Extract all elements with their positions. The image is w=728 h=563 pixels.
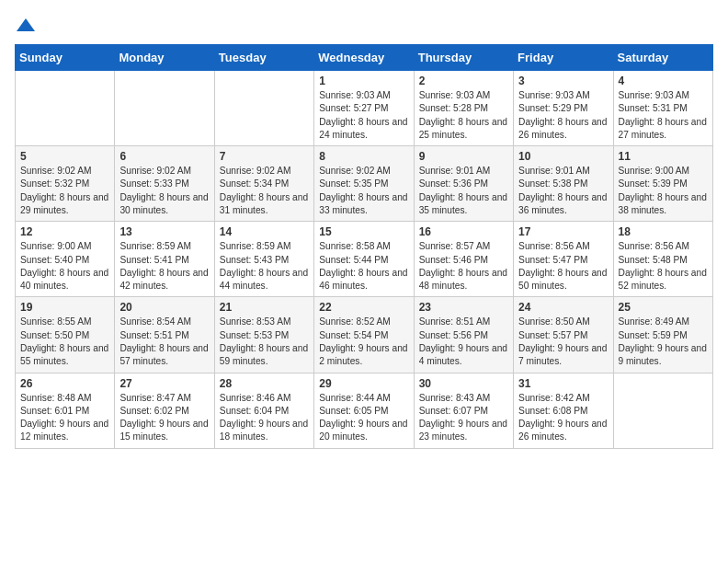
cell-content: Sunrise: 9:02 AM Sunset: 5:34 PM Dayligh… [220,165,309,217]
calendar-cell: 9Sunrise: 9:01 AM Sunset: 5:36 PM Daylig… [414,146,513,222]
cell-content: Sunrise: 8:44 AM Sunset: 6:05 PM Dayligh… [319,392,408,444]
cell-content: Sunrise: 8:50 AM Sunset: 5:57 PM Dayligh… [518,316,608,368]
cell-content: Sunrise: 9:00 AM Sunset: 5:40 PM Dayligh… [20,240,109,293]
calendar-cell: 31Sunrise: 8:42 AM Sunset: 6:08 PM Dayli… [514,373,613,448]
calendar-cell: 30Sunrise: 8:43 AM Sunset: 6:07 PM Dayli… [414,373,513,448]
calendar-week-row: 1Sunrise: 9:03 AM Sunset: 5:27 PM Daylig… [16,71,713,146]
cell-content: Sunrise: 8:46 AM Sunset: 6:04 PM Dayligh… [220,392,309,444]
calendar-cell: 23Sunrise: 8:51 AM Sunset: 5:56 PM Dayli… [414,297,513,373]
calendar-week-row: 12Sunrise: 9:00 AM Sunset: 5:40 PM Dayli… [16,222,713,297]
day-number: 4 [619,75,708,87]
calendar-cell [214,71,313,146]
cell-content: Sunrise: 9:03 AM Sunset: 5:28 PM Dayligh… [419,89,508,142]
day-number: 7 [220,150,309,163]
day-header-friday: Friday [514,45,613,71]
day-number: 10 [518,150,608,163]
logo [15,15,40,37]
calendar-cell: 24Sunrise: 8:50 AM Sunset: 5:57 PM Dayli… [514,297,613,373]
calendar-cell: 29Sunrise: 8:44 AM Sunset: 6:05 PM Dayli… [314,373,414,448]
cell-content: Sunrise: 8:53 AM Sunset: 5:53 PM Dayligh… [220,316,309,368]
calendar-table: SundayMondayTuesdayWednesdayThursdayFrid… [15,44,713,449]
cell-content: Sunrise: 9:02 AM Sunset: 5:32 PM Dayligh… [20,165,109,217]
calendar-cell [16,71,115,146]
cell-content: Sunrise: 9:01 AM Sunset: 5:36 PM Dayligh… [419,165,508,217]
calendar-header-row: SundayMondayTuesdayWednesdayThursdayFrid… [16,45,713,71]
calendar-cell: 27Sunrise: 8:47 AM Sunset: 6:02 PM Dayli… [115,373,214,448]
day-number: 11 [619,150,708,163]
day-number: 17 [518,225,608,238]
calendar-cell: 3Sunrise: 9:03 AM Sunset: 5:29 PM Daylig… [514,71,613,146]
day-header-sunday: Sunday [16,45,115,71]
day-header-tuesday: Tuesday [214,45,313,71]
calendar-cell: 15Sunrise: 8:58 AM Sunset: 5:44 PM Dayli… [314,222,414,297]
calendar-cell: 13Sunrise: 8:59 AM Sunset: 5:41 PM Dayli… [115,222,214,297]
calendar-cell: 2Sunrise: 9:03 AM Sunset: 5:28 PM Daylig… [414,71,513,146]
day-header-monday: Monday [115,45,214,71]
calendar-week-row: 5Sunrise: 9:02 AM Sunset: 5:32 PM Daylig… [16,146,713,222]
cell-content: Sunrise: 8:55 AM Sunset: 5:50 PM Dayligh… [20,316,109,368]
day-number: 6 [119,150,209,163]
day-number: 3 [518,75,608,87]
day-number: 23 [419,301,508,314]
day-number: 30 [419,377,508,390]
day-number: 25 [619,301,708,314]
calendar-cell: 21Sunrise: 8:53 AM Sunset: 5:53 PM Dayli… [214,297,313,373]
day-number: 31 [518,377,608,390]
cell-content: Sunrise: 9:03 AM Sunset: 5:27 PM Dayligh… [319,89,408,142]
day-number: 16 [419,225,508,238]
calendar-cell: 14Sunrise: 8:59 AM Sunset: 5:43 PM Dayli… [214,222,313,297]
calendar-cell: 19Sunrise: 8:55 AM Sunset: 5:50 PM Dayli… [16,297,115,373]
calendar-cell: 6Sunrise: 9:02 AM Sunset: 5:33 PM Daylig… [115,146,214,222]
cell-content: Sunrise: 8:56 AM Sunset: 5:47 PM Dayligh… [518,240,608,293]
calendar-cell [115,71,214,146]
cell-content: Sunrise: 8:51 AM Sunset: 5:56 PM Dayligh… [419,316,508,368]
day-number: 2 [419,75,508,87]
cell-content: Sunrise: 8:43 AM Sunset: 6:07 PM Dayligh… [419,392,508,444]
cell-content: Sunrise: 8:58 AM Sunset: 5:44 PM Dayligh… [319,240,408,293]
cell-content: Sunrise: 9:03 AM Sunset: 5:29 PM Dayligh… [518,89,608,142]
day-number: 27 [119,377,209,390]
cell-content: Sunrise: 8:57 AM Sunset: 5:46 PM Dayligh… [419,240,508,293]
calendar-cell: 12Sunrise: 9:00 AM Sunset: 5:40 PM Dayli… [16,222,115,297]
calendar-cell: 28Sunrise: 8:46 AM Sunset: 6:04 PM Dayli… [214,373,313,448]
day-number: 14 [220,225,309,238]
day-number: 9 [419,150,508,163]
cell-content: Sunrise: 9:02 AM Sunset: 5:35 PM Dayligh… [319,165,408,217]
calendar-cell: 18Sunrise: 8:56 AM Sunset: 5:48 PM Dayli… [613,222,712,297]
calendar-week-row: 19Sunrise: 8:55 AM Sunset: 5:50 PM Dayli… [16,297,713,373]
day-header-saturday: Saturday [613,45,712,71]
calendar-cell [613,373,712,448]
day-number: 29 [319,377,408,390]
svg-marker-0 [17,18,35,31]
calendar-cell: 8Sunrise: 9:02 AM Sunset: 5:35 PM Daylig… [314,146,414,222]
day-number: 13 [119,225,209,238]
calendar-cell: 22Sunrise: 8:52 AM Sunset: 5:54 PM Dayli… [314,297,414,373]
calendar-week-row: 26Sunrise: 8:48 AM Sunset: 6:01 PM Dayli… [16,373,713,448]
day-number: 8 [319,150,408,163]
cell-content: Sunrise: 8:59 AM Sunset: 5:43 PM Dayligh… [220,240,309,293]
day-number: 12 [20,225,109,238]
calendar-cell: 4Sunrise: 9:03 AM Sunset: 5:31 PM Daylig… [613,71,712,146]
day-number: 21 [220,301,309,314]
day-number: 28 [220,377,309,390]
day-number: 19 [20,301,109,314]
cell-content: Sunrise: 8:59 AM Sunset: 5:41 PM Dayligh… [119,240,209,293]
cell-content: Sunrise: 9:00 AM Sunset: 5:39 PM Dayligh… [619,165,708,217]
cell-content: Sunrise: 8:47 AM Sunset: 6:02 PM Dayligh… [119,392,209,444]
calendar-cell: 11Sunrise: 9:00 AM Sunset: 5:39 PM Dayli… [613,146,712,222]
day-header-wednesday: Wednesday [314,45,414,71]
cell-content: Sunrise: 8:49 AM Sunset: 5:59 PM Dayligh… [619,316,708,368]
day-number: 20 [119,301,209,314]
day-number: 18 [619,225,708,238]
cell-content: Sunrise: 9:02 AM Sunset: 5:33 PM Dayligh… [119,165,209,217]
page-header [15,15,713,37]
day-number: 5 [20,150,109,163]
day-header-thursday: Thursday [414,45,513,71]
calendar-cell: 7Sunrise: 9:02 AM Sunset: 5:34 PM Daylig… [214,146,313,222]
cell-content: Sunrise: 8:52 AM Sunset: 5:54 PM Dayligh… [319,316,408,368]
calendar-cell: 20Sunrise: 8:54 AM Sunset: 5:51 PM Dayli… [115,297,214,373]
day-number: 15 [319,225,408,238]
cell-content: Sunrise: 8:42 AM Sunset: 6:08 PM Dayligh… [518,392,608,444]
calendar-cell: 26Sunrise: 8:48 AM Sunset: 6:01 PM Dayli… [16,373,115,448]
cell-content: Sunrise: 9:01 AM Sunset: 5:38 PM Dayligh… [518,165,608,217]
